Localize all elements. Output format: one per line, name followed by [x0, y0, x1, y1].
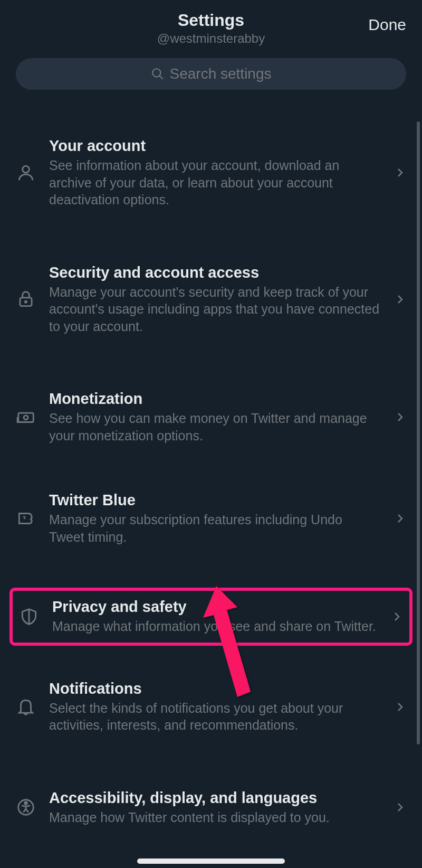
item-content: Accessibility, display, and languages Ma… [49, 789, 380, 826]
chevron-right-icon [394, 701, 406, 713]
shield-icon [19, 607, 39, 627]
search-placeholder: Search settings [170, 65, 272, 82]
home-indicator [137, 858, 285, 864]
list-item-accessibility[interactable]: Accessibility, display, and languages Ma… [0, 776, 422, 839]
username-subtitle: @westminsterabby [16, 31, 406, 46]
chevron-right-icon [394, 411, 406, 423]
accessibility-icon [16, 797, 36, 817]
chevron-right-icon [390, 610, 403, 623]
header: Settings @westminsterabby Done [0, 0, 422, 54]
svg-point-2 [23, 166, 30, 173]
svg-point-4 [25, 301, 26, 303]
lock-icon [16, 289, 36, 309]
settings-list: Your account See information about your … [0, 106, 422, 868]
item-title: Accessibility, display, and languages [49, 789, 380, 807]
chevron-right-icon [394, 801, 406, 814]
list-item-twitter-blue[interactable]: Twitter Blue Manage your subscription fe… [0, 478, 422, 559]
twitter-blue-icon [16, 508, 36, 529]
item-content: Notifications Select the kinds of notifi… [49, 680, 380, 734]
item-content: Security and account access Manage your … [49, 264, 380, 335]
chevron-right-icon [394, 293, 406, 306]
search-container: Search settings [0, 58, 422, 90]
search-icon [151, 67, 165, 81]
money-icon [16, 407, 36, 427]
person-icon [16, 163, 36, 183]
item-description: Manage your account's security and keep … [49, 284, 380, 335]
list-item-notifications[interactable]: Notifications Select the kinds of notifi… [0, 667, 422, 747]
item-title: Monetization [49, 390, 380, 408]
list-item-monetization[interactable]: Monetization See how you can make money … [0, 377, 422, 457]
search-input[interactable]: Search settings [16, 58, 406, 90]
list-item-your-account[interactable]: Your account See information about your … [0, 124, 422, 222]
item-title: Notifications [49, 680, 380, 697]
item-title: Twitter Blue [49, 492, 380, 509]
item-description: Select the kinds of notifications you ge… [49, 700, 380, 734]
item-description: Manage your subscription features includ… [49, 511, 380, 545]
svg-point-6 [24, 416, 28, 420]
list-item-privacy-safety[interactable]: Privacy and safety Manage what informati… [9, 588, 413, 646]
item-title: Your account [49, 137, 380, 155]
item-description: Manage how Twitter content is displayed … [49, 809, 380, 826]
chevron-right-icon [394, 166, 406, 179]
done-button[interactable]: Done [368, 16, 406, 34]
page-title: Settings [16, 11, 406, 30]
bell-icon [16, 697, 36, 717]
item-content: Privacy and safety Manage what informati… [52, 598, 377, 635]
item-title: Security and account access [49, 264, 380, 281]
list-item-security[interactable]: Security and account access Manage your … [0, 251, 422, 348]
svg-rect-5 [18, 413, 34, 422]
item-description: See information about your account, down… [49, 157, 380, 209]
svg-line-1 [159, 76, 163, 79]
item-content: Your account See information about your … [49, 137, 380, 209]
svg-point-9 [25, 802, 27, 805]
item-content: Monetization See how you can make money … [49, 390, 380, 444]
item-content: Twitter Blue Manage your subscription fe… [49, 492, 380, 545]
chevron-right-icon [394, 512, 406, 525]
svg-point-0 [152, 69, 160, 77]
item-description: Manage what information you see and shar… [52, 618, 377, 635]
item-description: See how you can make money on Twitter an… [49, 410, 380, 444]
item-title: Privacy and safety [52, 598, 377, 616]
